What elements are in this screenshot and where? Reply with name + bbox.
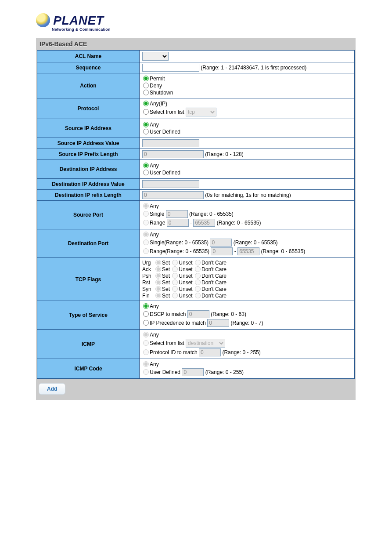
form-table: ACL Name Sequence (Range: 1 - 2147483647… xyxy=(37,50,355,379)
hint-sequence: (Range: 1 - 2147483647, 1 is first proce… xyxy=(201,65,306,71)
text-unset: Unset xyxy=(179,266,192,272)
radio-icmpcode-any[interactable] xyxy=(143,361,149,367)
tcpflag-syn-set[interactable] xyxy=(155,286,161,292)
label-src-port: Source Port xyxy=(37,201,140,229)
text-icmpcode-user: User Defined xyxy=(150,369,180,375)
radio-anyip[interactable] xyxy=(143,101,149,106)
globe-icon xyxy=(36,13,50,27)
text-set: Set xyxy=(162,266,170,272)
radio-dscp[interactable] xyxy=(143,311,149,317)
dst-ip-prefix-input[interactable] xyxy=(142,191,204,199)
radio-icmp-proto[interactable] xyxy=(143,349,149,355)
radio-tos-any[interactable] xyxy=(143,303,149,309)
text-icmp-proto: Protocol ID to match xyxy=(150,349,198,355)
label-src-ip-prefix: Source IP Prefix Length xyxy=(37,149,140,160)
text-dstport-any: Any xyxy=(150,232,159,238)
radio-dstport-range[interactable] xyxy=(143,248,149,254)
tcpflag-fin-set[interactable] xyxy=(155,293,161,298)
tcpflag-rst-unset[interactable] xyxy=(172,279,178,285)
icmp-list-select[interactable]: destination xyxy=(186,339,225,348)
label-dst-ip-prefix: Destination IP refix Length xyxy=(37,190,140,201)
text-dontcare: Don't Care xyxy=(201,273,227,279)
ipprec-input[interactable] xyxy=(207,319,229,327)
tcpflag-psh-dontcare[interactable] xyxy=(195,273,201,279)
tcpflag-psh-set[interactable] xyxy=(155,273,161,279)
icmpcode-input[interactable] xyxy=(182,368,204,376)
tcpflag-psh-unset[interactable] xyxy=(172,273,178,279)
tcpflag-urg-unset[interactable] xyxy=(172,260,178,265)
acl-name-select[interactable] xyxy=(142,52,169,61)
radio-srcip-any[interactable] xyxy=(143,122,149,127)
tcpflag-syn-unset[interactable] xyxy=(172,286,178,292)
text-dstport-single: Single(Range: 0 - 65535) xyxy=(150,239,209,246)
label-acl-name: ACL Name xyxy=(37,51,140,62)
tcpflag-urg-dontcare[interactable] xyxy=(195,260,201,265)
hint-icmp255b: (Range: 0 - 255) xyxy=(205,369,244,375)
add-button[interactable]: Add xyxy=(39,383,65,395)
radio-icmpcode-user[interactable] xyxy=(143,369,149,375)
tcpflag-fin-unset[interactable] xyxy=(172,293,178,298)
logo-tagline: Networking & Communication xyxy=(52,27,392,32)
radio-srcport-range[interactable] xyxy=(143,220,149,225)
protocol-select[interactable]: tcp xyxy=(186,108,216,116)
tcpflag-ack-dontcare[interactable] xyxy=(195,266,201,272)
hint-srcport-range: (Range: 0 - 65535) xyxy=(217,220,261,226)
radio-icmp-any[interactable] xyxy=(143,332,149,337)
label-tcp-flags: TCP Flags xyxy=(37,258,140,301)
srcport-range-lo[interactable] xyxy=(167,219,189,227)
label-action: Action xyxy=(37,73,140,98)
text-set: Set xyxy=(162,273,170,279)
text-select-list: Select from list xyxy=(150,109,184,115)
src-ip-prefix-input[interactable] xyxy=(142,150,204,158)
tcpflag-ack-set[interactable] xyxy=(155,266,161,272)
text-dstport-range: Range(Range: 0 - 65535) xyxy=(150,248,209,254)
radio-srcip-user[interactable] xyxy=(143,129,149,134)
tcpflag-fin-dontcare[interactable] xyxy=(195,293,201,298)
radio-dstip-user[interactable] xyxy=(143,170,149,175)
radio-srcport-single[interactable] xyxy=(143,211,149,217)
dstport-single-input[interactable] xyxy=(210,239,232,247)
radio-dstip-any[interactable] xyxy=(143,163,149,168)
dstport-range-hi[interactable] xyxy=(237,247,259,255)
sequence-input[interactable] xyxy=(142,64,199,72)
tcpflag-rst-dontcare[interactable] xyxy=(195,279,201,285)
text-unset: Unset xyxy=(179,279,192,286)
radio-deny[interactable] xyxy=(143,83,149,88)
text-tos-any: Any xyxy=(150,303,159,309)
hint-ipprec: (Range: 0 - 7) xyxy=(231,320,263,326)
radio-dstport-single[interactable] xyxy=(143,239,149,245)
tcpflag-urg-set[interactable] xyxy=(155,260,161,265)
radio-shutdown[interactable] xyxy=(143,90,149,95)
tcpflag-ack-unset[interactable] xyxy=(172,266,178,272)
text-dstip-any: Any xyxy=(150,163,159,169)
hint-icmp255a: (Range: 0 - 255) xyxy=(222,349,260,355)
src-ip-value-input[interactable] xyxy=(142,139,199,147)
icmp-proto-input[interactable] xyxy=(199,348,221,356)
text-set: Set xyxy=(162,279,170,286)
srcport-single-input[interactable] xyxy=(166,210,188,218)
dst-ip-value-input[interactable] xyxy=(142,180,199,188)
text-icmpcode-any: Any xyxy=(150,361,159,367)
panel-title: IPv6-Based ACE xyxy=(37,39,355,50)
text-dontcare: Don't Care xyxy=(201,279,227,286)
radio-dstport-any[interactable] xyxy=(143,232,149,237)
srcport-range-hi[interactable] xyxy=(193,219,215,227)
text-icmp-list: Select from list xyxy=(150,340,184,346)
text-unset: Unset xyxy=(179,260,192,266)
radio-ipprec[interactable] xyxy=(143,320,149,326)
radio-permit[interactable] xyxy=(143,76,149,81)
label-src-ip-val: Source IP Address Value xyxy=(37,138,140,149)
radio-srcport-any[interactable] xyxy=(143,203,149,209)
radio-select-list[interactable] xyxy=(143,109,149,115)
label-dst-ip-val: Destination IP Address Value xyxy=(37,179,140,190)
tcpflag-syn-dontcare[interactable] xyxy=(195,286,201,292)
tcpflag-rst-set[interactable] xyxy=(155,279,161,285)
dstport-range-lo[interactable] xyxy=(211,247,233,255)
dscp-input[interactable] xyxy=(187,310,209,318)
text-srcip-user: User Defined xyxy=(150,129,180,135)
logo-block: PLANET Networking & Communication xyxy=(36,13,392,32)
hint-srcport-single: (Range: 0 - 65535) xyxy=(189,211,234,217)
hint-dstport-single: (Range: 0 - 65535) xyxy=(234,239,278,246)
text-deny: Deny xyxy=(150,83,162,89)
radio-icmp-list[interactable] xyxy=(143,340,149,346)
